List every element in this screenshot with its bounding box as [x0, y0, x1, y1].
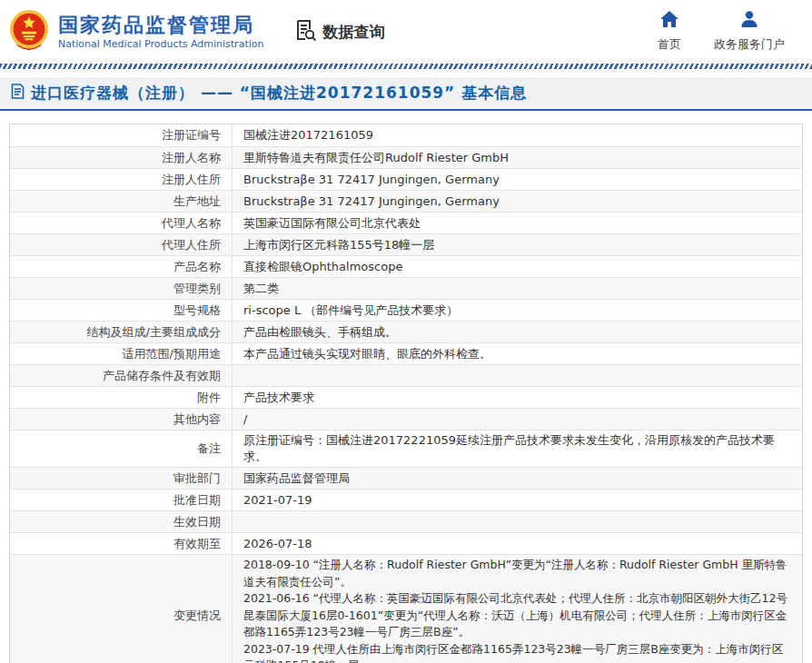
row-label: 变更情况 [173, 608, 221, 624]
row-label-cell: 批准日期 [10, 490, 233, 510]
row-label-cell: 管理类别 [10, 278, 233, 299]
row-value: 国械注进20172161059 [243, 127, 373, 143]
row-label-cell: 型号规格 [10, 300, 233, 321]
table-row: 有效期至2026-07-18 [10, 532, 802, 554]
row-value: 国家药品监督管理局 [243, 470, 350, 487]
row-value-cell: 产品由检眼镜头、手柄组成。 [233, 322, 802, 342]
row-value-cell: 上海市闵行区元科路155号18幢一层 [233, 234, 802, 255]
document-search-icon [294, 18, 318, 45]
row-label: 注册人住所 [162, 172, 221, 188]
row-label: 产品储存条件及有效期 [103, 368, 221, 384]
row-label-cell: 注册证编号 [10, 124, 233, 146]
change-record: 2023-07-19 代理人住所由上海市闵行区金都路1165弄123号23幢一号… [243, 641, 789, 663]
row-label-cell: 结构及组成/主要组成成分 [10, 322, 233, 342]
row-value: 本产品通过镜头实现对眼睛、眼底的外科检查。 [243, 346, 491, 362]
row-label-cell: 注册人名称 [10, 147, 233, 168]
table-row: 注册人住所Bruckstraβe 31 72417 Jungingen, Ger… [10, 168, 802, 190]
nav-home-label: 首页 [658, 36, 681, 53]
site-logo[interactable]: 国家药品监督管理局 National Medical Products Admi… [9, 8, 263, 55]
row-label: 代理人名称 [162, 215, 221, 232]
row-value-cell: / [233, 409, 802, 430]
table-row: 注册人名称里斯特鲁道夫有限责任公司Rudolf Riester GmbH [10, 146, 802, 168]
page-title-bar: 进口医疗器械（注册） —— “国械注进20172161059” 基本信息 [0, 77, 812, 111]
change-record: 2021-06-16 “代理人名称：英国豪迈国际有限公司北京代表处；代理人住所：… [243, 590, 789, 641]
table-row: 其他内容/ [10, 408, 802, 430]
table-row: 型号规格ri-scope L （部件编号见产品技术要求） [10, 299, 802, 321]
header-nav: 首页 政务服务门户 [658, 11, 785, 53]
row-label-cell: 注册人住所 [10, 169, 233, 190]
row-value-cell: Bruckstraβe 31 72417 Jungingen, Germany [233, 169, 802, 190]
row-label-cell: 适用范围/预期用途 [10, 343, 233, 364]
row-label: 附件 [197, 390, 221, 406]
table-row: 代理人住所上海市闵行区元科路155号18幢一层 [10, 233, 802, 255]
row-label-cell: 代理人名称 [10, 213, 233, 233]
data-query-label: 数据查询 [322, 22, 384, 43]
row-label: 代理人住所 [162, 237, 221, 253]
row-label: 注册证编号 [162, 127, 221, 143]
row-label-cell: 审批部门 [10, 468, 233, 489]
table-row: 审批部门国家药品监督管理局 [10, 467, 802, 489]
table-row: 变更情况2018-09-10 “注册人名称：Rudolf Riester Gmb… [10, 554, 802, 663]
row-label-cell: 备注 [10, 430, 233, 467]
row-label: 生产地址 [173, 193, 221, 210]
row-label: 结构及组成/主要组成成分 [87, 324, 221, 341]
row-label-cell: 变更情况 [10, 555, 233, 663]
row-label: 管理类别 [173, 281, 221, 297]
user-icon [740, 11, 758, 30]
row-label-cell: 其他内容 [10, 409, 233, 430]
row-label: 产品名称 [173, 259, 221, 275]
page-header: 国家药品监督管理局 National Medical Products Admi… [0, 0, 812, 64]
row-value: Bruckstraβe 31 72417 Jungingen, Germany [243, 173, 500, 186]
row-label: 批准日期 [173, 492, 221, 509]
row-value: 产品技术要求 [243, 390, 314, 406]
table-row: 备注原注册证编号：国械注进20172221059延续注册产品技术要求未发生变化，… [10, 430, 802, 467]
row-value: 第二类 [243, 281, 279, 297]
row-value: 原注册证编号：国械注进20172221059延续注册产品技术要求未发生变化，沿用… [243, 432, 789, 465]
row-value: 产品由检眼镜头、手柄组成。 [243, 324, 397, 341]
row-label: 型号规格 [173, 302, 221, 319]
table-row: 注册证编号国械注进20172161059 [10, 124, 802, 146]
row-value: 2021-07-19 [243, 493, 312, 507]
row-label-cell: 产品储存条件及有效期 [10, 365, 233, 386]
row-label: 其他内容 [173, 411, 221, 428]
row-label-cell: 生产地址 [10, 191, 233, 212]
nav-home[interactable]: 首页 [658, 11, 681, 53]
row-value-cell: 国家药品监督管理局 [233, 468, 802, 489]
table-row: 产品储存条件及有效期 [10, 364, 802, 386]
row-value: Bruckstraβe 31 72417 Jungingen, Germany [243, 194, 500, 208]
row-label: 备注 [197, 440, 221, 457]
row-value-cell [233, 511, 802, 532]
nav-portal[interactable]: 政务服务门户 [714, 11, 785, 53]
row-label: 审批部门 [173, 470, 221, 487]
row-value-cell: 直接检眼镜Ophthalmoscope [233, 256, 802, 277]
table-row: 附件产品技术要求 [10, 386, 802, 408]
table-row: 批准日期2021-07-19 [10, 489, 802, 510]
row-value-cell: 第二类 [233, 278, 802, 299]
row-label: 适用范围/预期用途 [123, 346, 221, 362]
row-value-cell: 产品技术要求 [233, 387, 802, 408]
org-name-en: National Medical Products Administration [58, 38, 263, 50]
change-record: 2018-09-10 “注册人名称：Rudolf Riester GmbH”变更… [243, 557, 789, 590]
row-value-cell: 里斯特鲁道夫有限责任公司Rudolf Riester GmbH [233, 147, 802, 168]
row-value-cell: ri-scope L （部件编号见产品技术要求） [233, 300, 802, 321]
row-label: 生效日期 [173, 514, 221, 530]
row-value: 直接检眼镜Ophthalmoscope [243, 259, 402, 275]
row-value: 上海市闵行区元科路155号18幢一层 [243, 237, 434, 253]
row-value-cell: 本产品通过镜头实现对眼睛、眼底的外科检查。 [233, 343, 802, 364]
table-row: 结构及组成/主要组成成分产品由检眼镜头、手柄组成。 [10, 321, 802, 342]
document-icon [11, 84, 25, 103]
header-divider [0, 64, 812, 69]
data-query-link[interactable]: 数据查询 [294, 18, 384, 45]
row-value-cell: 2018-09-10 “注册人名称：Rudolf Riester GmbH”变更… [233, 555, 802, 663]
row-label-cell: 产品名称 [10, 256, 233, 277]
row-value: / [243, 412, 247, 426]
row-value: 里斯特鲁道夫有限责任公司Rudolf Riester GmbH [243, 150, 509, 166]
row-label: 有效期至 [173, 536, 221, 552]
table-row: 管理类别第二类 [10, 277, 802, 299]
row-label: 注册人名称 [162, 150, 221, 166]
row-value-cell: 国械注进20172161059 [233, 124, 802, 146]
home-icon [660, 11, 678, 30]
row-value: ri-scope L （部件编号见产品技术要求） [243, 302, 458, 319]
row-value-cell: 原注册证编号：国械注进20172221059延续注册产品技术要求未发生变化，沿用… [233, 430, 802, 467]
row-value-cell [233, 365, 802, 386]
